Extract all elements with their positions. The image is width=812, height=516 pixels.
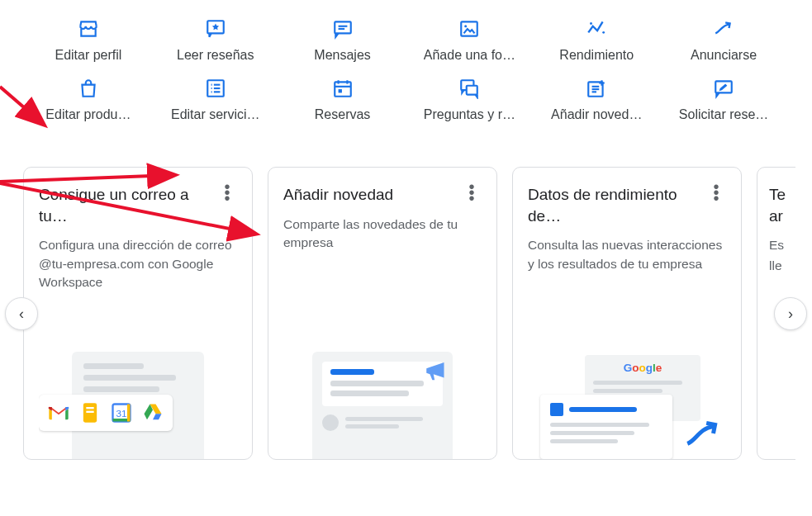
more-icon[interactable]: ••• bbox=[462, 184, 482, 201]
trend-icon bbox=[713, 18, 734, 40]
action-label: Preguntas y r… bbox=[424, 107, 515, 122]
action-edit-products[interactable]: Editar produ… bbox=[25, 74, 152, 125]
spark-icon bbox=[586, 18, 607, 40]
action-request-reviews[interactable]: Solicitar rese… bbox=[660, 74, 787, 125]
action-label: Editar perfil bbox=[55, 48, 121, 63]
chevron-right-icon: › bbox=[788, 305, 793, 323]
card-title: Añadir novedad bbox=[283, 184, 393, 206]
card-performance[interactable]: Datos de rendimiento de… ••• Consulta la… bbox=[512, 167, 742, 460]
cards-row: Consigue un correo a tu… ••• Configura u… bbox=[23, 167, 795, 460]
card-illustration bbox=[283, 339, 482, 459]
card-title: Consigue un correo a tu… bbox=[39, 184, 204, 226]
carousel-next-button[interactable]: › bbox=[774, 297, 807, 330]
gmail-icon bbox=[47, 401, 70, 424]
svg-rect-17 bbox=[338, 89, 341, 92]
card-desc: Es bbox=[769, 236, 795, 254]
svg-rect-35 bbox=[127, 405, 131, 422]
svg-rect-15 bbox=[335, 82, 351, 96]
action-label: Editar servici… bbox=[171, 107, 260, 122]
action-add-photo[interactable]: Añade una fo… bbox=[406, 15, 533, 66]
action-label: Editar produ… bbox=[45, 107, 131, 122]
drive-icon bbox=[141, 401, 164, 424]
calendar-icon bbox=[332, 78, 354, 99]
google-logo: Google bbox=[593, 362, 692, 374]
docs-icon bbox=[78, 401, 102, 424]
svg-rect-30 bbox=[86, 407, 93, 409]
action-label: Anunciarse bbox=[691, 48, 757, 63]
svg-point-6 bbox=[590, 22, 592, 25]
trend-up-icon bbox=[682, 414, 724, 456]
card-desc-line2: lle bbox=[769, 257, 795, 275]
bag-icon bbox=[78, 78, 99, 99]
card-title: Datos de rendimiento de… bbox=[528, 184, 693, 226]
card-desc: Comparte las novedades de tu empresa bbox=[283, 215, 482, 253]
action-q-and-a[interactable]: Preguntas y r… bbox=[406, 74, 533, 125]
action-grid: Editar perfil Leer reseñas Mensajes Añad… bbox=[0, 0, 812, 125]
svg-point-7 bbox=[602, 31, 605, 34]
chevron-left-icon: ‹ bbox=[19, 305, 24, 323]
card-workspace-email[interactable]: Consigue un correo a tu… ••• Configura u… bbox=[23, 167, 253, 460]
card-desc: Configura una dirección de correo @tu-em… bbox=[39, 236, 237, 291]
action-advertise[interactable]: Anunciarse bbox=[660, 15, 787, 66]
card-title: Te bbox=[769, 184, 795, 206]
megaphone-icon bbox=[423, 357, 451, 385]
action-edit-services[interactable]: Editar servici… bbox=[152, 74, 279, 125]
calendar-app-icon: 31 bbox=[110, 401, 133, 424]
cards-carousel: ‹ › Consigue un correo a tu… ••• Configu… bbox=[0, 167, 812, 460]
action-label: Leer reseñas bbox=[177, 48, 254, 63]
card-illustration: Google bbox=[528, 339, 726, 459]
action-performance[interactable]: Rendimiento bbox=[533, 15, 660, 66]
action-read-reviews[interactable]: Leer reseñas bbox=[152, 15, 279, 66]
carousel-prev-button[interactable]: ‹ bbox=[5, 297, 38, 330]
card-desc: Consulta las nuevas interacciones y los … bbox=[528, 236, 726, 273]
action-label: Reservas bbox=[315, 107, 371, 122]
review-request-icon bbox=[713, 78, 734, 99]
svg-text:31: 31 bbox=[116, 408, 127, 419]
photo-icon bbox=[458, 18, 480, 40]
svg-point-5 bbox=[465, 25, 468, 27]
action-label: Rendimiento bbox=[559, 48, 634, 63]
storefront-icon bbox=[78, 18, 99, 40]
action-edit-profile[interactable]: Editar perfil bbox=[25, 15, 152, 66]
card-title-line2: ar bbox=[769, 206, 795, 227]
qa-icon bbox=[458, 78, 480, 99]
post-add-icon bbox=[586, 78, 607, 99]
svg-rect-4 bbox=[462, 21, 478, 36]
action-messages[interactable]: Mensajes bbox=[279, 15, 406, 66]
action-label: Añadir noved… bbox=[551, 107, 642, 122]
star-chat-icon bbox=[205, 18, 226, 40]
svg-rect-21 bbox=[467, 86, 477, 95]
list-box-icon bbox=[205, 78, 226, 99]
svg-rect-31 bbox=[86, 411, 93, 413]
message-icon bbox=[332, 18, 354, 40]
svg-rect-1 bbox=[335, 21, 351, 33]
action-bookings[interactable]: Reservas bbox=[279, 74, 406, 125]
action-add-update[interactable]: Añadir noved… bbox=[533, 74, 660, 125]
action-label: Añade una fo… bbox=[424, 48, 515, 63]
card-illustration: 31 bbox=[39, 339, 237, 459]
action-label: Mensajes bbox=[314, 48, 370, 63]
more-icon[interactable]: ••• bbox=[217, 184, 237, 201]
workspace-icons: 31 bbox=[39, 395, 173, 431]
more-icon[interactable]: ••• bbox=[706, 184, 726, 201]
action-label: Solicitar rese… bbox=[679, 107, 768, 122]
card-add-update[interactable]: Añadir novedad ••• Comparte las novedade… bbox=[268, 167, 497, 460]
